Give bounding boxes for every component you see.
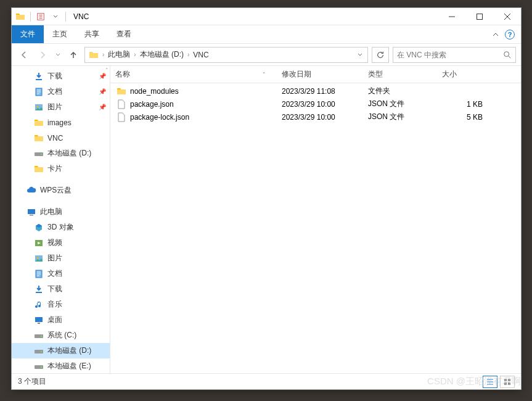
drive-icon — [34, 346, 44, 356]
pc-icon — [27, 207, 36, 217]
svg-rect-25 — [508, 379, 510, 381]
svg-rect-15 — [38, 323, 40, 324]
sidebar-pc-item[interactable]: 视频 — [12, 235, 110, 250]
sidebar-quick-item[interactable]: 图片📌 — [12, 99, 110, 115]
svg-rect-27 — [508, 382, 510, 385]
window-title: VNC — [73, 12, 89, 21]
sidebar-wps[interactable]: WPS云盘 — [12, 183, 110, 198]
sidebar-quick-item[interactable]: 文档📌 — [12, 84, 110, 99]
sidebar-pc-item[interactable]: 文档 — [12, 266, 110, 281]
file-row[interactable]: package-lock.json 2023/3/29 10:00 JSON 文… — [110, 110, 521, 123]
file-name: package-lock.json — [130, 113, 189, 122]
maximize-button[interactable] — [465, 8, 493, 25]
chevron-right-icon[interactable]: › — [101, 51, 105, 58]
col-header-size[interactable]: 大小 — [437, 69, 493, 80]
view-details-button[interactable] — [483, 376, 497, 388]
titlebar: VNC — [12, 8, 521, 25]
sidebar-pc-item[interactable]: 下载 — [12, 281, 110, 297]
status-text: 3 个项目 — [18, 376, 46, 387]
sidebar-pc-item[interactable]: 图片 — [12, 250, 110, 266]
view-icons-button[interactable] — [500, 376, 515, 388]
svg-point-17 — [41, 336, 42, 337]
refresh-button[interactable] — [372, 47, 389, 63]
folder-icon — [14, 10, 27, 23]
sidebar-pc-item[interactable]: 本地磁盘 (E:) — [12, 358, 110, 373]
3d-icon — [34, 223, 44, 233]
video-icon — [34, 238, 44, 248]
back-button[interactable] — [17, 48, 31, 62]
tab-share[interactable]: 共享 — [76, 25, 108, 43]
file-name: node_modules — [130, 87, 179, 96]
address-bar[interactable]: › 此电脑 › 本地磁盘 (D:) › VNC — [84, 47, 368, 63]
minimize-button[interactable] — [438, 8, 465, 25]
document-icon — [34, 269, 44, 279]
svg-point-12 — [37, 257, 39, 258]
download-icon — [34, 72, 44, 81]
file-date: 2023/3/29 11:08 — [277, 87, 363, 96]
folder-icon — [34, 133, 44, 143]
history-dropdown[interactable] — [54, 48, 62, 62]
file-list: node_modules 2023/3/29 11:08 文件夹 package… — [110, 83, 521, 373]
pin-icon: 📌 — [99, 88, 106, 95]
col-header-name[interactable]: 名称˄ — [110, 69, 277, 80]
file-row[interactable]: node_modules 2023/3/29 11:08 文件夹 — [110, 85, 521, 97]
drive-icon — [34, 331, 44, 341]
file-name: package.json — [130, 100, 174, 109]
help-icon[interactable]: ? — [505, 30, 515, 39]
close-button[interactable] — [493, 8, 521, 25]
crumb-thispc[interactable]: 此电脑 — [105, 49, 133, 60]
explorer-window: VNC 文件 主页 共享 查看 ? › 此电脑 › 本地磁盘 (D:) › V — [11, 7, 522, 390]
crumb-drive[interactable]: 本地磁盘 (D:) — [137, 49, 186, 60]
file-type: JSON 文件 — [363, 112, 437, 122]
tab-view[interactable]: 查看 — [108, 25, 140, 43]
sidebar-quick-item[interactable]: images — [12, 115, 110, 130]
sidebar: ˄ 下载📌文档📌图片📌imagesVNC本地磁盘 (D:)卡片 WPS云盘 此电… — [12, 66, 110, 373]
qat-properties-icon[interactable] — [35, 10, 47, 23]
music-icon — [34, 300, 44, 310]
svg-point-21 — [41, 366, 42, 368]
desktop-icon — [34, 315, 44, 325]
sidebar-pc-item[interactable]: 音乐 — [12, 297, 110, 312]
search-input[interactable] — [397, 51, 503, 59]
sidebar-quick-item[interactable]: 下载📌 — [12, 68, 110, 84]
file-row[interactable]: package.json 2023/3/29 10:00 JSON 文件 1 K… — [110, 97, 521, 110]
file-date: 2023/3/29 10:00 — [277, 113, 363, 122]
pin-icon: 📌 — [99, 104, 106, 110]
chevron-right-icon[interactable]: › — [133, 51, 137, 58]
svg-point-19 — [41, 351, 42, 352]
column-headers: 名称˄ 修改日期 类型 大小 — [110, 66, 521, 83]
ribbon-expand-icon[interactable] — [493, 31, 499, 38]
folder-icon — [117, 86, 126, 96]
chevron-down-icon[interactable] — [49, 10, 62, 23]
file-icon — [117, 112, 126, 122]
forward-button[interactable] — [35, 48, 50, 62]
chevron-right-icon[interactable]: › — [186, 51, 190, 58]
search-icon[interactable] — [503, 51, 512, 59]
sidebar-quick-item[interactable]: 卡片 — [12, 161, 110, 176]
tab-file[interactable]: 文件 — [12, 25, 44, 43]
up-button[interactable] — [66, 48, 81, 62]
file-icon — [117, 99, 126, 109]
picture-icon — [34, 254, 44, 263]
sidebar-pc-item[interactable]: 3D 对象 — [12, 220, 110, 235]
search-box[interactable] — [393, 47, 516, 63]
sidebar-thispc[interactable]: 此电脑 — [12, 204, 110, 220]
svg-rect-26 — [504, 382, 507, 385]
svg-rect-1 — [477, 14, 482, 19]
sidebar-pc-item[interactable]: 本地磁盘 (D:) — [12, 343, 110, 358]
scroll-up-icon[interactable]: ˄ — [105, 67, 108, 73]
picture-icon — [34, 102, 44, 112]
col-header-type[interactable]: 类型 — [363, 69, 437, 80]
sidebar-pc-item[interactable]: 系统 (C:) — [12, 328, 110, 343]
nav-bar: › 此电脑 › 本地磁盘 (D:) › VNC — [12, 44, 521, 66]
sidebar-quick-item[interactable]: 本地磁盘 (D:) — [12, 146, 110, 161]
folder-icon — [34, 118, 44, 128]
sidebar-quick-item[interactable]: VNC — [12, 130, 110, 146]
folder-icon — [34, 164, 44, 174]
tab-home[interactable]: 主页 — [44, 25, 76, 43]
col-header-date[interactable]: 修改日期 — [277, 69, 363, 80]
sidebar-pc-item[interactable]: 桌面 — [12, 312, 110, 328]
cloud-icon — [27, 186, 36, 196]
address-dropdown[interactable] — [354, 52, 366, 57]
crumb-folder[interactable]: VNC — [190, 51, 211, 59]
